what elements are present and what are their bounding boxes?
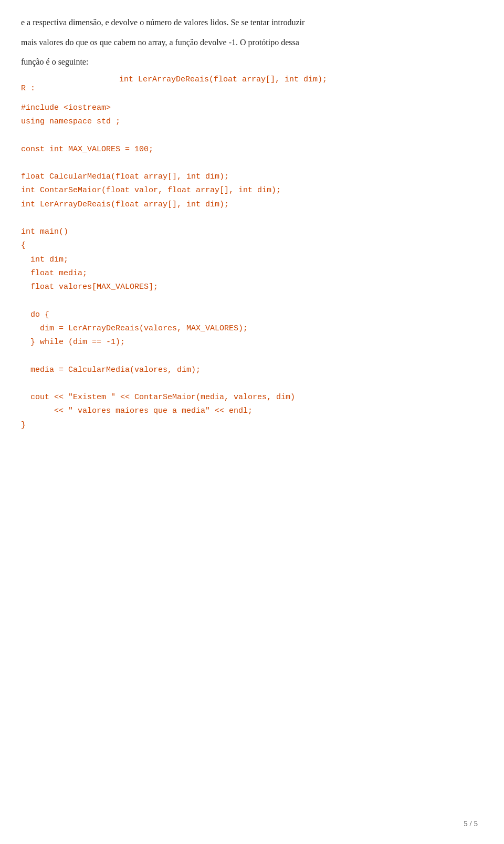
intro-text: e a respectiva dimensão, e devolve o núm… [21,16,483,29]
intro-text-3: função é o seguinte: [21,55,483,69]
page-number: 5 / 5 [464,819,478,828]
prototype-block: int LerArrayDeReais(float array[], int d… [21,75,483,93]
prototype-signature: int LerArrayDeReais(float array[], int d… [119,75,327,84]
code-block: #include <iostream> using namespace std … [21,101,483,432]
prototype-prefix-label: R : [21,84,35,93]
intro-text-2: mais valores do que os que cabem no arra… [21,36,483,49]
